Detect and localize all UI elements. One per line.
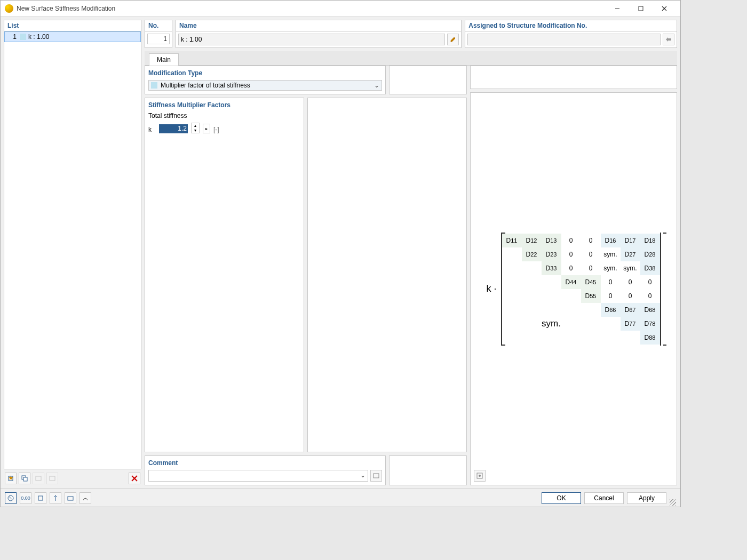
matrix-preview: k · D11D12D1300D16D17D18D22D2300sym.D27D… (470, 92, 677, 485)
matrix-cell (542, 289, 561, 303)
matrix-cell: D16 (601, 234, 621, 247)
matrix-cell (502, 289, 522, 303)
name-input[interactable] (178, 34, 445, 45)
toolbar-button-4 (46, 473, 58, 484)
matrix-cell (621, 331, 640, 345)
matrix-cell: D27 (621, 247, 640, 261)
copy-item-button[interactable] (19, 473, 30, 484)
svg-line-16 (9, 497, 12, 500)
matrix-cell: D17 (621, 234, 640, 247)
delete-item-button[interactable] (129, 473, 140, 484)
footer: 0.00 OK Cancel Apply (1, 489, 680, 507)
smf-subtitle: Total stiffness (148, 112, 300, 119)
footer-tool-4[interactable] (50, 492, 61, 504)
close-button[interactable] (653, 1, 676, 16)
matrix-sym-label: sym. (502, 303, 601, 345)
matrix-grid: D11D12D1300D16D17D18D22D2300sym.D27D28D3… (501, 233, 661, 346)
matrix-cell: 0 (581, 234, 601, 247)
svg-rect-8 (36, 476, 41, 481)
footer-tool-3[interactable] (35, 492, 46, 504)
name-header: Name (176, 20, 461, 31)
pick-assign-button[interactable] (663, 34, 674, 45)
svg-text:★: ★ (8, 475, 14, 482)
comment-combo[interactable]: ⌄ (148, 470, 368, 482)
chevron-down-icon: ⌄ (360, 471, 365, 480)
matrix-cell: D77 (621, 317, 640, 331)
footer-tool-6[interactable] (80, 492, 91, 504)
k-unit: [-] (213, 126, 219, 133)
modification-type-section: Modification Type Multiplier factor of t… (145, 66, 386, 94)
matrix-cell: D22 (522, 247, 542, 261)
smf-title: Stiffness Multiplier Factors (148, 101, 300, 109)
preview-action-button[interactable] (474, 470, 486, 482)
empty-pair-panel (307, 98, 467, 452)
help-button[interactable] (5, 492, 17, 504)
window-title: New Surface Stiffness Modification (17, 5, 606, 12)
matrix-cell (502, 275, 522, 289)
ok-button[interactable]: OK (542, 492, 581, 504)
units-button[interactable]: 0.00 (20, 492, 31, 504)
resize-grip[interactable] (670, 499, 676, 506)
k-spinner[interactable]: ▴ ▾ (191, 123, 200, 133)
cancel-button[interactable]: Cancel (584, 492, 624, 504)
comment-panel: Comment ⌄ (145, 455, 386, 485)
matrix-cell: D11 (502, 234, 522, 247)
chevron-down-icon: ⌄ (374, 82, 379, 89)
comment-row: Comment ⌄ (145, 455, 467, 485)
tabbed-area: Main Modification Type Multiplier factor… (145, 51, 677, 485)
matrix-cell: 0 (561, 261, 581, 275)
assign-input[interactable] (467, 34, 661, 45)
matrix-wrap: k · D11D12D1300D16D17D18D22D2300sym.D27D… (486, 233, 661, 346)
main-right: k · D11D12D1300D16D17D18D22D2300sym.D27D… (470, 66, 677, 485)
number-header: No. (145, 20, 172, 31)
matrix-cell: D44 (561, 275, 581, 289)
matrix-cell: D45 (581, 275, 601, 289)
new-item-button[interactable]: ★ (5, 473, 17, 484)
matrix-cell: 0 (581, 261, 601, 275)
k-menu-button[interactable]: ▸ (203, 124, 210, 133)
matrix-cell (542, 275, 561, 289)
matrix-cell: 0 (621, 289, 640, 303)
assign-panel: Assigned to Structure Modification No. (465, 20, 677, 48)
matrix-cell (522, 289, 542, 303)
svg-rect-12 (374, 474, 379, 478)
k-input[interactable] (159, 124, 188, 133)
list-toolbar: ★ (4, 471, 141, 485)
matrix-cell: D18 (640, 234, 660, 247)
matrix-prefix: k · (486, 283, 496, 294)
preview-toolbar (474, 470, 486, 482)
assign-header: Assigned to Structure Modification No. (465, 20, 677, 31)
minimize-button[interactable] (606, 1, 629, 16)
matrix-cell: 0 (640, 275, 660, 289)
footer-tool-5[interactable] (65, 492, 76, 504)
edit-name-button[interactable] (447, 34, 459, 45)
matrix-cell: D88 (640, 331, 660, 345)
spin-up-icon[interactable]: ▴ (192, 123, 199, 128)
comment-title: Comment (148, 459, 382, 467)
stiffness-factors-panel: Stiffness Multiplier Factors Total stiff… (145, 98, 304, 452)
comment-aux-box (389, 455, 467, 485)
svg-rect-7 (23, 477, 27, 481)
matrix-cell: 0 (601, 275, 621, 289)
factors-row: Stiffness Multiplier Factors Total stiff… (145, 98, 467, 452)
matrix-cell (522, 261, 542, 275)
list-header: List (4, 20, 141, 31)
list-item-label: k : 1.00 (28, 33, 138, 41)
modification-type-title: Modification Type (148, 69, 382, 77)
matrix-cell: D78 (640, 317, 660, 331)
apply-button[interactable]: Apply (627, 492, 666, 504)
number-input[interactable] (147, 34, 170, 44)
comment-aux-button[interactable] (370, 470, 382, 482)
matrix-cell: 0 (640, 289, 660, 303)
matrix-cell (522, 275, 542, 289)
list-item-number: 1 (7, 33, 20, 41)
spin-down-icon[interactable]: ▾ (192, 128, 199, 133)
list-item[interactable]: 1 k : 1.00 (4, 31, 141, 42)
tab-main[interactable]: Main (149, 53, 179, 66)
main-area: Modification Type Multiplier factor of t… (145, 66, 677, 485)
tab-strip: Main (145, 51, 677, 66)
k-row: k ▴ ▾ ▸ [-] (148, 123, 300, 133)
modification-type-combo[interactable]: Multiplier factor of total stiffness ⌄ (148, 80, 382, 91)
maximize-button[interactable] (629, 1, 653, 16)
matrix-cell (601, 317, 621, 331)
